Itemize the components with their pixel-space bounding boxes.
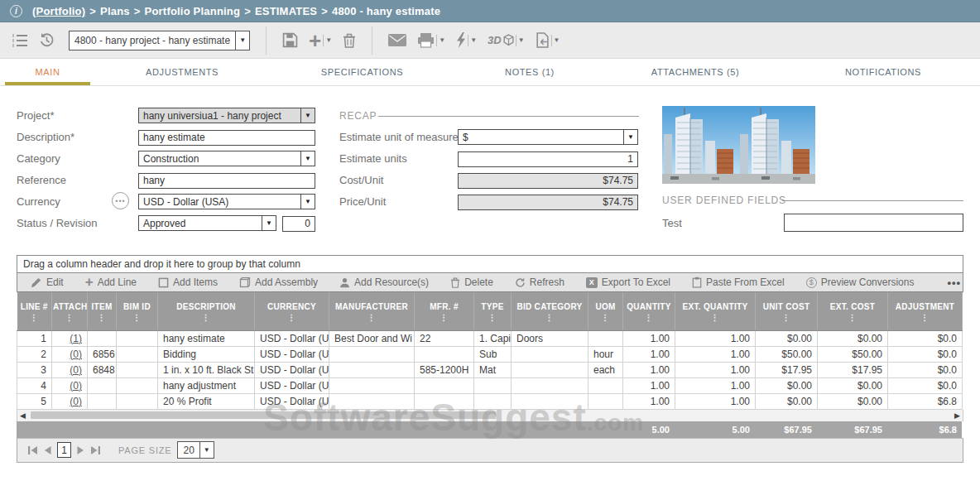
first-page-button[interactable] <box>27 445 38 455</box>
attachments-link[interactable]: (1) <box>70 333 82 344</box>
column-header-attach[interactable]: ATTACH⋮ <box>52 292 88 330</box>
chevron-down-icon[interactable]: ▼ <box>235 31 249 50</box>
attachments-link[interactable]: (0) <box>70 349 82 360</box>
current-page-input[interactable]: 1 <box>57 442 71 458</box>
chevron-down-icon[interactable]: ▼ <box>325 36 332 44</box>
udf-test-input[interactable] <box>784 214 963 232</box>
export-button-group[interactable]: ▼ <box>536 32 560 48</box>
bim-3d-button-group[interactable]: 3D ▼ <box>488 34 525 46</box>
paste-from-excel-button[interactable]: Paste From Excel <box>692 276 785 288</box>
export-to-excel-button[interactable]: X Export To Excel <box>586 276 670 288</box>
reference-input[interactable] <box>138 173 315 189</box>
tab-notes[interactable]: NOTES (1) <box>455 59 604 85</box>
add-icon[interactable]: + <box>309 32 321 49</box>
column-menu-icon[interactable]: ⋮ <box>889 314 961 321</box>
column-menu-icon[interactable]: ⋮ <box>624 314 674 321</box>
column-menu-icon[interactable]: ⋮ <box>512 314 587 321</box>
chevron-down-icon[interactable]: ▼ <box>439 36 445 44</box>
column-header-ext_quantity[interactable]: EXT. QUANTITY⋮ <box>675 292 756 330</box>
attachments-link[interactable]: (0) <box>70 364 82 376</box>
add-items-button[interactable]: Add Items <box>158 276 218 288</box>
column-menu-icon[interactable]: ⋮ <box>159 314 253 321</box>
status-select[interactable]: Approved ▼ <box>138 215 276 231</box>
export-document-icon[interactable] <box>536 32 550 48</box>
tab-attachments[interactable]: ATTACHMENTS (5) <box>604 59 786 85</box>
table-row[interactable]: 5(0)20 % ProfitUSD - Dollar (USA)1.001.0… <box>17 393 963 409</box>
column-header-bim[interactable]: BIM ID⋮ <box>117 292 158 330</box>
column-header-line[interactable]: LINE #⋮ <box>17 292 52 330</box>
column-menu-icon[interactable]: ⋮ <box>757 314 816 321</box>
column-header-type[interactable]: TYPE⋮ <box>474 292 512 330</box>
table-row[interactable]: 4(0)hany adjustmentUSD - Dollar (USA)1.0… <box>17 377 963 393</box>
project-select[interactable]: hany universiua1 - hany project ▼ <box>138 108 315 123</box>
column-header-quantity[interactable]: QUANTITY⋮ <box>623 292 675 330</box>
preview-conversions-button[interactable]: $ Preview Conversions <box>806 276 915 288</box>
currency-options-icon[interactable]: ••• <box>112 192 129 209</box>
print-button-group[interactable]: ▼ <box>417 33 445 48</box>
column-header-currency[interactable]: CURRENCY⋮ <box>255 292 329 330</box>
column-menu-icon[interactable]: ⋮ <box>589 314 622 321</box>
history-icon[interactable] <box>39 32 55 48</box>
currency-select[interactable]: USD - Dollar (USA) ▼ <box>138 194 315 209</box>
column-menu-icon[interactable]: ⋮ <box>89 314 115 321</box>
table-row[interactable]: 1(1)hany estimateUSD - Dollar (USA)Best … <box>17 330 963 346</box>
add-button-group[interactable]: + ▼ <box>309 32 332 49</box>
print-icon[interactable] <box>417 33 435 48</box>
record-selector[interactable]: 4800 - hany project - hany estimate ▼ <box>69 31 250 50</box>
column-menu-icon[interactable]: ⋮ <box>53 314 86 321</box>
add-resources-button[interactable]: Add Resource(s) <box>339 276 429 288</box>
column-menu-icon[interactable]: ⋮ <box>256 314 328 321</box>
add-line-button[interactable]: + Add Line <box>85 276 137 288</box>
info-icon[interactable]: i <box>10 5 22 17</box>
attachments-link[interactable]: (0) <box>70 396 82 407</box>
chevron-down-icon[interactable]: ▼ <box>262 216 276 230</box>
last-page-button[interactable] <box>90 445 101 455</box>
add-assembly-button[interactable]: Add Assembly <box>239 276 318 288</box>
workflow-button-group[interactable]: ▼ <box>456 32 477 48</box>
chevron-down-icon[interactable]: ▼ <box>470 36 477 44</box>
column-header-mfr[interactable]: MFR. #⋮ <box>415 292 474 330</box>
scroll-right-icon[interactable]: ▶ <box>954 411 960 421</box>
lightning-icon[interactable] <box>456 32 466 48</box>
attachments-link[interactable]: (0) <box>70 380 82 392</box>
trash-icon[interactable] <box>343 33 356 48</box>
column-menu-icon[interactable]: ⋮ <box>416 314 473 321</box>
scrollbar-thumb[interactable] <box>31 411 496 419</box>
column-header-unit_cost[interactable]: UNIT COST⋮ <box>756 292 818 330</box>
horizontal-scrollbar[interactable]: ◀ ▶ <box>17 410 963 421</box>
column-menu-icon[interactable]: ⋮ <box>475 314 510 321</box>
column-menu-icon[interactable]: ⋮ <box>18 314 51 321</box>
table-row[interactable]: 2(0)6856BiddingUSD - Dollar (USA)Subhour… <box>17 346 963 362</box>
tab-notifications[interactable]: NOTIFICATIONS <box>786 59 980 85</box>
breadcrumb-item-plans[interactable]: Plans <box>100 5 130 17</box>
column-header-uom[interactable]: UOM⋮ <box>588 292 623 330</box>
tab-adjustments[interactable]: ADJUSTMENTS <box>95 59 269 85</box>
mail-icon[interactable] <box>388 34 406 46</box>
column-menu-icon[interactable]: ⋮ <box>676 314 754 321</box>
breadcrumb-portfolio[interactable]: (Portfolio) <box>32 5 85 17</box>
delete-button[interactable]: Delete <box>450 276 493 288</box>
column-header-adjustment[interactable]: ADJUSTMENT⋮ <box>888 292 963 330</box>
group-by-dropzone[interactable]: Drag a column header and drop it here to… <box>17 255 963 272</box>
table-row[interactable]: 3(0)68481 in. x 10 ft. Black SteelUSD - … <box>17 362 963 377</box>
breadcrumb-item-portfolio-planning[interactable]: Portfolio Planning <box>145 5 241 17</box>
edit-button[interactable]: Edit <box>31 276 64 288</box>
category-select[interactable]: Construction ▼ <box>138 151 315 166</box>
chevron-down-icon[interactable]: ▼ <box>300 151 315 166</box>
column-header-ext_cost[interactable]: EXT. COST⋮ <box>818 292 888 330</box>
chevron-down-icon[interactable]: ▼ <box>554 36 560 44</box>
breadcrumb-item-estimates[interactable]: ESTIMATES <box>255 5 317 17</box>
estimate-uom-select[interactable]: $ ▼ <box>458 129 638 145</box>
chevron-down-icon[interactable]: ▼ <box>518 36 525 44</box>
description-input[interactable] <box>138 130 315 146</box>
chevron-down-icon[interactable]: ▼ <box>300 195 315 209</box>
column-header-manufacturer[interactable]: MANUFACTURER⋮ <box>329 292 415 330</box>
3d-icon[interactable]: 3D <box>488 34 502 46</box>
refresh-button[interactable]: Refresh <box>515 276 564 288</box>
chevron-down-icon[interactable]: ▼ <box>199 442 214 458</box>
chevron-down-icon[interactable]: ▼ <box>623 130 637 144</box>
scroll-left-icon[interactable]: ◀ <box>20 411 26 421</box>
more-button[interactable]: ••• <box>947 276 961 289</box>
column-menu-icon[interactable]: ⋮ <box>118 314 156 321</box>
revision-input[interactable] <box>282 216 315 232</box>
